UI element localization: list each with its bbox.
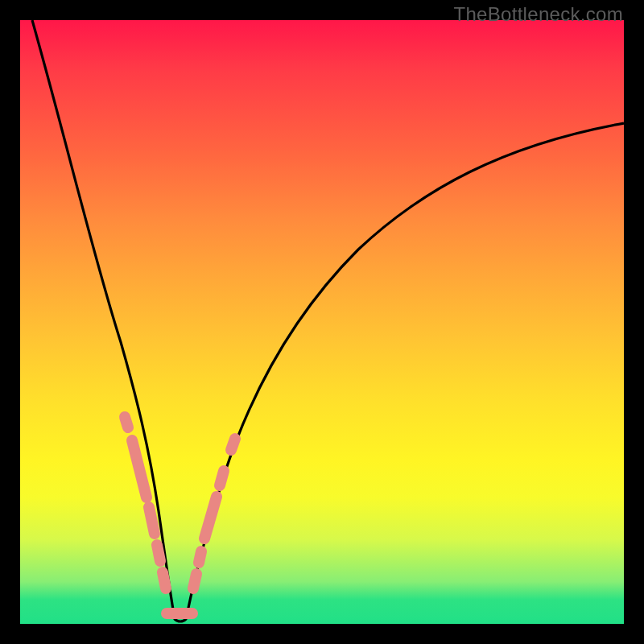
watermark-text: TheBottleneck.com <box>453 3 623 26</box>
chart-frame <box>0 0 644 644</box>
